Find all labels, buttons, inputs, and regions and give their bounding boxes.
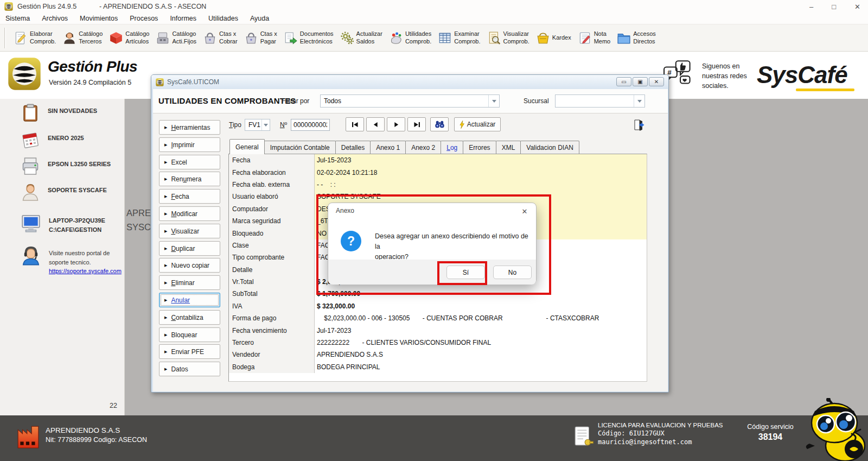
toolbar-ctas-x-cobrar[interactable]: Ctas xCobrar: [200, 29, 241, 46]
license-email: mauricio@ingesoftnet.com: [598, 438, 723, 446]
tab-xml[interactable]: XML: [496, 141, 521, 154]
maximize-icon[interactable]: □: [832, 3, 836, 11]
no-button[interactable]: No: [493, 266, 532, 279]
menu-procesos[interactable]: Procesos: [130, 15, 158, 22]
minimize-icon[interactable]: –: [809, 3, 813, 11]
status-counter: 22: [98, 402, 117, 409]
toolbar-elaborar-comprob[interactable]: ElaborarComprob.: [10, 29, 59, 46]
toolbar-utilidades-comprob[interactable]: UtilidadesComprob.: [386, 29, 435, 46]
search-button[interactable]: [430, 117, 449, 131]
nav-next-button[interactable]: [387, 117, 405, 131]
toolbar-visualizar-comprob[interactable]: VisualizarComprob.: [484, 29, 533, 46]
toolbar-label: AccesosDirectos: [633, 30, 656, 45]
filter-select[interactable]: Todos: [320, 94, 500, 108]
license-icon: [574, 425, 593, 448]
datos-button[interactable]: ▶Datos: [159, 362, 220, 376]
field-row-fecha-elab-externa: Fecha elab. externa- - : :: [229, 179, 647, 191]
field-row-fecha: FechaJul-15-2023: [229, 154, 647, 166]
tab-errores[interactable]: Errores: [463, 141, 496, 154]
triangle-icon: ▶: [164, 143, 167, 147]
toolbar-kardex[interactable]: Kardex: [533, 29, 575, 47]
tab-strip: GeneralImputación ContableDetallesAnexo …: [229, 139, 579, 154]
numero-label: Nº: [280, 121, 287, 129]
enviar-pfe-button[interactable]: ▶Enviar PFE: [159, 344, 220, 359]
field-value: Jul-15-2023: [315, 154, 647, 166]
compose-icon: [14, 31, 28, 45]
menu-ayuda[interactable]: Ayuda: [250, 15, 269, 22]
menu-utilidades[interactable]: Utilidades: [208, 15, 238, 22]
factory-icon: [16, 424, 40, 449]
anular-button[interactable]: ▶Anular: [159, 293, 220, 307]
close-icon[interactable]: ✕: [854, 3, 860, 11]
toolbar-examinar-comprob[interactable]: ExaminarComprob.: [435, 29, 483, 46]
gears-icon: [340, 31, 354, 45]
tab-log[interactable]: Log: [441, 141, 463, 154]
toolbar-label: NotaMemo: [594, 30, 611, 45]
tab-anexo-1[interactable]: Anexo 1: [370, 141, 406, 154]
contabiliza-button[interactable]: ▶Contabiliza: [159, 310, 220, 325]
child-maximize-icon[interactable]: ▣: [633, 77, 648, 86]
child-minimize-icon[interactable]: ▭: [616, 77, 631, 86]
nav-last-button[interactable]: [407, 117, 426, 131]
paint-icon: [389, 31, 403, 45]
dialog-message: Desea agregar un anexo describiendo el m…: [375, 231, 533, 262]
imprimir-button[interactable]: ▶Imprimir: [159, 137, 220, 152]
field-label: Fecha elab. externa: [229, 179, 315, 191]
child-window-titlebar[interactable]: SysCafé.UTICOM ▭ ▣ ✕: [151, 75, 668, 89]
toolbar-accesos-directos[interactable]: AccesosDirectos: [614, 29, 659, 46]
herramientas-button[interactable]: ▶Herramientas: [159, 120, 220, 135]
yes-button[interactable]: Sí: [446, 266, 485, 279]
nuevo-copiar-button[interactable]: ▶Nuevo copiar: [159, 258, 220, 273]
triangle-icon: ▶: [164, 125, 167, 130]
visualizar-button[interactable]: ▶Visualizar: [159, 224, 220, 238]
fecha-button[interactable]: ▶Fecha: [159, 189, 220, 204]
menu-informes[interactable]: Informes: [170, 15, 196, 22]
company-details: Nit: 777888999 Codigo: ASECON: [46, 436, 147, 444]
toolbar-nota-memo[interactable]: NotaMemo: [575, 29, 614, 46]
field-row-tercero: Tercero222222222 - CLIENTES VARIOS/CONSU…: [229, 337, 647, 349]
tab-general[interactable]: General: [229, 139, 265, 154]
menu-bar: SistemaArchivosMovimientosProcesosInform…: [0, 13, 868, 24]
numero-input[interactable]: [291, 119, 330, 131]
support-portal-link[interactable]: https://soporte.syscafe.com: [49, 267, 122, 276]
printer-icon: [21, 156, 40, 176]
menu-archivos[interactable]: Archivos: [42, 15, 68, 22]
tab-anexo-2[interactable]: Anexo 2: [405, 141, 441, 154]
tab-imputaci-n-contable[interactable]: Imputación Contable: [264, 141, 336, 154]
duplicar-button[interactable]: ▶Duplicar: [159, 241, 220, 256]
toolbar-actualizar-saldos[interactable]: ActualizarSaldos: [337, 29, 386, 46]
toolbar-documentos-electronicos[interactable]: DocumentosElectrónicos: [280, 29, 337, 46]
menu-movimientos[interactable]: Movimientos: [80, 15, 118, 22]
tipo-select[interactable]: FV1: [245, 119, 270, 131]
sidebar-item-sin-novedades: SIN NOVEDADES: [0, 103, 125, 123]
nav-prev-button[interactable]: [366, 117, 385, 131]
dialog-close-icon[interactable]: ✕: [519, 206, 531, 217]
sidebar-item-enero-2025: ENERO 2025: [0, 130, 125, 150]
modificar-button[interactable]: ▶Modificar: [159, 206, 220, 221]
field-row-vendedor: VendedorAPRENDIENDO S.A.S: [229, 349, 647, 361]
toolbar-ctas-x-pagar[interactable]: Ctas xPagar: [241, 29, 280, 46]
sucursal-select[interactable]: [555, 94, 645, 108]
toolbar-catalogo-articulos[interactable]: CatálogoArtículos: [106, 29, 152, 46]
actualizar-button[interactable]: Actualizar: [454, 117, 501, 131]
tab-detalles[interactable]: Detalles: [335, 141, 371, 154]
field-row-iva: IVA$ 323,000.00: [229, 300, 647, 312]
triangle-icon: ▶: [164, 194, 167, 199]
child-close-icon[interactable]: ✕: [649, 77, 664, 86]
field-value: $ 1,700,000.00: [315, 288, 647, 300]
menu-sistema[interactable]: Sistema: [5, 15, 30, 22]
toolbar-label: Kardex: [552, 34, 571, 41]
exit-door-icon[interactable]: [633, 119, 644, 131]
support-icon: [21, 245, 41, 276]
next-record-icon: [392, 122, 400, 128]
binoculars-icon: [435, 121, 445, 128]
bloquear-button[interactable]: ▶Bloquear: [159, 327, 220, 342]
toolbar-catalogo-actifijos[interactable]: CatálogoActi.Fijos: [152, 29, 200, 46]
toolbar-catalogo-terceros[interactable]: CatálogoTerceros: [59, 29, 106, 46]
social-caption: Siguenos en nuestras redes sociales.: [702, 59, 747, 91]
eliminar-button[interactable]: ▶Eliminar: [159, 275, 220, 290]
tab-validacion-dian[interactable]: Validacion DIAN: [520, 141, 579, 154]
renumera-button[interactable]: ▶Renumera: [159, 172, 220, 186]
nav-first-button[interactable]: [346, 117, 364, 131]
excel-button[interactable]: ▶Excel: [159, 155, 220, 169]
